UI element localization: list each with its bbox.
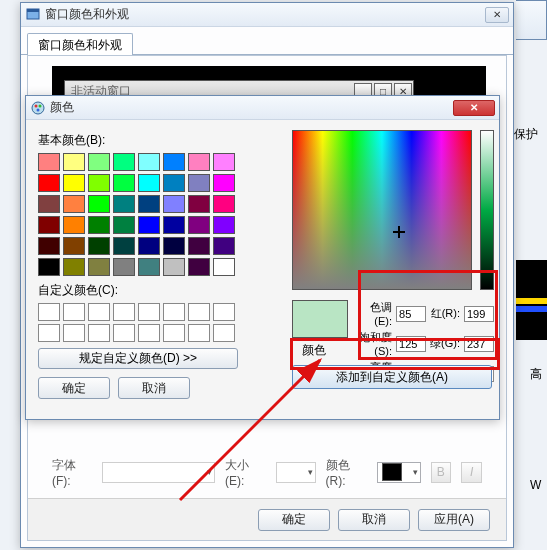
basic-color-swatch[interactable] — [188, 174, 210, 192]
basic-color-swatch[interactable] — [88, 216, 110, 234]
basic-color-swatch[interactable] — [63, 153, 85, 171]
custom-color-slot[interactable] — [138, 324, 160, 342]
basic-color-swatch[interactable] — [138, 174, 160, 192]
hue-input[interactable] — [396, 306, 426, 322]
basic-color-swatch[interactable] — [113, 195, 135, 213]
basic-color-swatch[interactable] — [38, 174, 60, 192]
basic-color-swatch[interactable] — [138, 237, 160, 255]
basic-color-swatch[interactable] — [138, 216, 160, 234]
italic-button[interactable]: I — [461, 462, 482, 483]
hue-label: 色调(E): — [358, 300, 392, 327]
custom-color-slot[interactable] — [213, 324, 235, 342]
svg-rect-1 — [27, 9, 39, 12]
high-text-fragment: 高 — [530, 366, 542, 383]
basic-color-swatch[interactable] — [163, 174, 185, 192]
tab-strip: 窗口颜色和外观 — [21, 27, 513, 55]
luminance-slider[interactable] — [480, 130, 494, 290]
color-ok-button[interactable]: 确定 — [38, 377, 110, 399]
size-dropdown[interactable]: ▾ — [276, 462, 316, 483]
parent-cancel-button[interactable]: 取消 — [338, 509, 410, 531]
custom-color-slot[interactable] — [38, 324, 60, 342]
basic-color-swatch[interactable] — [38, 258, 60, 276]
basic-color-swatch[interactable] — [163, 237, 185, 255]
basic-color-swatch[interactable] — [213, 237, 235, 255]
palette-icon — [30, 100, 46, 116]
basic-color-swatch[interactable] — [113, 237, 135, 255]
custom-color-slot[interactable] — [63, 324, 85, 342]
custom-color-slot[interactable] — [38, 303, 60, 321]
basic-color-swatch[interactable] — [188, 195, 210, 213]
color-gradient[interactable] — [292, 130, 472, 290]
basic-color-swatch[interactable] — [113, 258, 135, 276]
basic-color-swatch[interactable] — [88, 258, 110, 276]
custom-color-slot[interactable] — [163, 303, 185, 321]
green-input[interactable] — [464, 336, 494, 352]
basic-color-swatch[interactable] — [113, 216, 135, 234]
custom-color-slot[interactable] — [138, 303, 160, 321]
basic-color-swatch[interactable] — [188, 237, 210, 255]
custom-color-slot[interactable] — [113, 324, 135, 342]
color-cancel-button[interactable]: 取消 — [118, 377, 190, 399]
basic-color-swatch[interactable] — [63, 195, 85, 213]
custom-color-slot[interactable] — [188, 303, 210, 321]
parent-close-button[interactable]: ✕ — [485, 7, 509, 23]
basic-color-swatch[interactable] — [63, 174, 85, 192]
basic-color-swatch[interactable] — [138, 195, 160, 213]
custom-color-slot[interactable] — [188, 324, 210, 342]
parent-ok-button[interactable]: 确定 — [258, 509, 330, 531]
custom-color-slot[interactable] — [88, 324, 110, 342]
custom-color-slot[interactable] — [88, 303, 110, 321]
basic-color-swatch[interactable] — [63, 258, 85, 276]
basic-color-swatch[interactable] — [88, 195, 110, 213]
basic-color-swatch[interactable] — [88, 174, 110, 192]
color-titlebar[interactable]: 颜色 ✕ — [26, 96, 499, 120]
basic-color-swatch[interactable] — [88, 153, 110, 171]
color-title: 颜色 — [50, 99, 453, 116]
font-dropdown[interactable]: ▾ — [102, 462, 215, 483]
basic-color-swatch[interactable] — [113, 153, 135, 171]
svg-point-2 — [32, 102, 44, 114]
parent-action-bar: 确定 取消 应用(A) — [28, 498, 506, 540]
basic-color-swatch[interactable] — [88, 237, 110, 255]
custom-color-slot[interactable] — [213, 303, 235, 321]
font-label: 字体(F): — [52, 457, 92, 488]
basic-color-swatch[interactable] — [63, 237, 85, 255]
basic-color-swatch[interactable] — [163, 195, 185, 213]
basic-color-swatch[interactable] — [163, 153, 185, 171]
parent-apply-button[interactable]: 应用(A) — [418, 509, 490, 531]
basic-color-swatch[interactable] — [213, 195, 235, 213]
w-text-fragment: W — [530, 478, 541, 492]
basic-color-swatch[interactable] — [188, 153, 210, 171]
red-label: 红(R): — [430, 306, 460, 321]
basic-color-swatch[interactable] — [188, 216, 210, 234]
tab-main[interactable]: 窗口颜色和外观 — [27, 33, 133, 56]
basic-color-swatch[interactable] — [163, 258, 185, 276]
add-custom-color-button[interactable]: 添加到自定义颜色(A) — [292, 365, 492, 389]
basic-color-swatch[interactable] — [38, 153, 60, 171]
basic-color-swatch[interactable] — [138, 258, 160, 276]
basic-color-swatch[interactable] — [38, 216, 60, 234]
custom-color-slot[interactable] — [163, 324, 185, 342]
basic-color-swatch[interactable] — [38, 237, 60, 255]
basic-color-swatch[interactable] — [188, 258, 210, 276]
basic-color-swatch[interactable] — [213, 174, 235, 192]
basic-color-swatch[interactable] — [63, 216, 85, 234]
basic-color-swatch[interactable] — [38, 195, 60, 213]
custom-color-slot[interactable] — [113, 303, 135, 321]
color-dropdown[interactable]: ▾ — [377, 462, 421, 483]
basic-color-swatch[interactable] — [113, 174, 135, 192]
bold-button[interactable]: B — [431, 462, 452, 483]
sat-input[interactable] — [396, 336, 426, 352]
basic-color-swatch[interactable] — [138, 153, 160, 171]
chevron-down-icon: ▾ — [207, 467, 212, 477]
basic-color-swatch[interactable] — [163, 216, 185, 234]
color-close-button[interactable]: ✕ — [453, 100, 495, 116]
red-input[interactable] — [464, 306, 494, 322]
basic-color-swatch[interactable] — [213, 216, 235, 234]
custom-color-slot[interactable] — [63, 303, 85, 321]
parent-titlebar[interactable]: 窗口颜色和外观 ✕ — [21, 3, 513, 27]
define-custom-button[interactable]: 规定自定义颜色(D) >> — [38, 348, 238, 369]
basic-color-swatch[interactable] — [213, 258, 235, 276]
parent-title: 窗口颜色和外观 — [45, 6, 483, 23]
basic-color-swatch[interactable] — [213, 153, 235, 171]
